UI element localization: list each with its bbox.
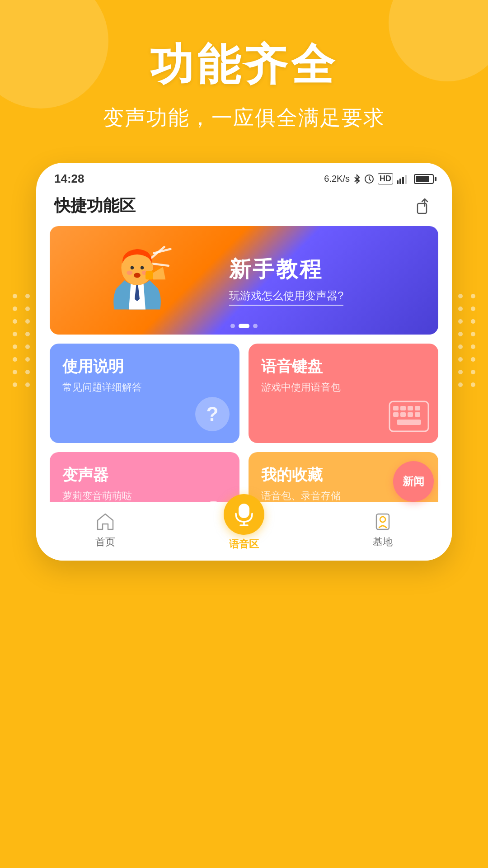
banner-text: 新手教程 玩游戏怎么使用变声器?	[225, 246, 438, 315]
status-icons: 6.2K/s HD	[324, 173, 434, 184]
svg-rect-25	[393, 412, 399, 417]
card-voice-keyboard[interactable]: 语音键盘 游戏中使用语音包	[249, 344, 438, 443]
svg-point-13	[141, 266, 144, 269]
svg-rect-3	[397, 180, 399, 184]
svg-line-10	[152, 264, 169, 266]
svg-point-14	[127, 271, 132, 275]
nav-voice-label: 语音区	[229, 538, 259, 551]
banner-subtitle: 玩游戏怎么使用变声器?	[229, 288, 343, 306]
main-title: 功能齐全	[27, 36, 461, 95]
banner-pagination	[230, 324, 258, 328]
status-time: 14:28	[54, 172, 84, 186]
battery-icon	[414, 174, 434, 184]
banner-dot-2[interactable]	[239, 324, 249, 328]
nav-mic-button[interactable]	[224, 494, 264, 535]
banner-dot-1[interactable]	[230, 324, 235, 328]
banner-illustration	[50, 226, 225, 335]
banner-title: 新手教程	[229, 255, 323, 284]
nav-item-home[interactable]: 首页	[36, 510, 175, 549]
nav-item-voice-zone[interactable]: 语音区	[175, 508, 314, 551]
svg-rect-17	[145, 271, 153, 279]
svg-rect-24	[415, 406, 420, 410]
card-voice-changer-title: 变声器	[62, 465, 227, 486]
clock-icon	[364, 174, 374, 184]
svg-rect-4	[399, 179, 401, 184]
banner-card[interactable]: 新手教程 玩游戏怎么使用变声器?	[50, 226, 438, 335]
card-voice-keyboard-subtitle: 游戏中使用语音包	[261, 381, 426, 394]
base-nav-icon	[371, 510, 394, 533]
svg-rect-6	[405, 175, 407, 184]
keyboard-icon	[389, 401, 429, 434]
phone-mockup: 14:28 6.2K/s HD 快捷	[36, 163, 452, 561]
bluetooth-icon	[353, 174, 361, 184]
svg-text:?: ?	[206, 403, 219, 425]
card-usage-title: 使用说明	[62, 356, 227, 377]
nav-home-label: 首页	[95, 535, 115, 549]
svg-rect-21	[393, 406, 399, 410]
svg-rect-26	[400, 412, 406, 417]
card-usage-subtitle: 常见问题详细解答	[62, 381, 227, 394]
svg-rect-29	[397, 420, 421, 425]
signal-icon	[397, 174, 408, 184]
card-voice-keyboard-title: 语音键盘	[261, 356, 426, 377]
svg-rect-34	[239, 504, 249, 518]
svg-point-38	[380, 517, 385, 522]
svg-rect-22	[400, 406, 406, 410]
card-usage[interactable]: 使用说明 常见问题详细解答 ?	[50, 344, 239, 443]
network-speed: 6.2K/s	[324, 174, 350, 184]
bottom-navigation: 首页 语音区	[36, 502, 452, 561]
share-icon[interactable]	[416, 197, 434, 215]
svg-rect-5	[402, 177, 404, 184]
svg-rect-28	[415, 412, 420, 417]
svg-rect-27	[408, 412, 413, 417]
banner-dot-3[interactable]	[253, 324, 258, 328]
app-header: 快捷功能区	[36, 190, 452, 226]
svg-point-16	[134, 273, 141, 278]
nav-base-label: 基地	[373, 535, 393, 549]
header-section: 功能齐全 变声功能，一应俱全满足要求	[0, 36, 488, 132]
floating-news-button[interactable]: 新闻	[393, 461, 434, 502]
status-bar: 14:28 6.2K/s HD	[36, 163, 452, 190]
hd-badge: HD	[378, 173, 393, 184]
app-page-title: 快捷功能区	[54, 195, 136, 217]
sub-title: 变声功能，一应俱全满足要求	[27, 104, 461, 132]
svg-rect-23	[408, 406, 413, 410]
nav-item-base[interactable]: 基地	[313, 510, 452, 549]
question-icon: ?	[194, 396, 230, 434]
home-nav-icon	[94, 510, 117, 533]
floating-btn-label: 新闻	[403, 474, 424, 489]
svg-point-12	[131, 266, 134, 269]
